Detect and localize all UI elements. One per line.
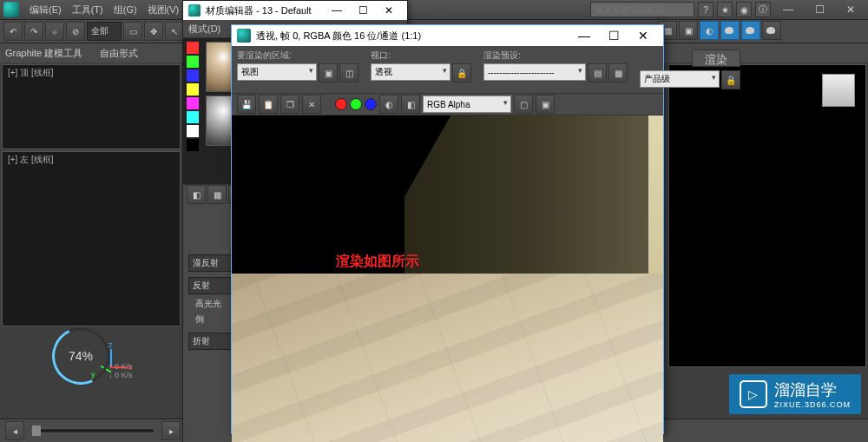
mat-tool2-icon[interactable]: ▦	[207, 185, 227, 204]
app-logo-icon[interactable]	[3, 2, 19, 17]
filter-dropdown[interactable]: 全部	[87, 22, 122, 41]
rate-up: ↑ 0 K/s	[108, 362, 133, 371]
render-wall-edge	[648, 115, 663, 300]
swatch-magenta[interactable]	[187, 97, 199, 109]
select-icon[interactable]: ▭	[123, 22, 142, 41]
swatch-cyan[interactable]	[187, 111, 199, 123]
channel-blue-icon[interactable]	[365, 98, 377, 110]
menu-edit[interactable]: 编辑(E)	[24, 3, 67, 16]
undo-icon[interactable]: ↶	[3, 22, 23, 41]
timeline-slider[interactable]	[31, 428, 155, 433]
main-menubar: 编辑(E) 工具(T) 组(G) 视图(V) ? ★ ◉ ⓘ — ☐ ✕	[0, 0, 868, 20]
mat-title: 材质编辑器 - 13 - Default	[206, 4, 312, 17]
render-close[interactable]: ✕	[628, 29, 658, 43]
window-close[interactable]: ✕	[837, 2, 865, 17]
toggle-b-icon[interactable]: ▣	[536, 95, 555, 114]
swatch-white[interactable]	[187, 125, 199, 137]
mat-close[interactable]: ✕	[376, 4, 402, 16]
preset-group: 渲染预设: ----------------------- ▤ ▦	[483, 49, 628, 89]
swatch-black[interactable]	[187, 139, 199, 151]
menu-view[interactable]: 视图(V)	[142, 3, 185, 16]
watermark-play-icon: ▷	[740, 380, 767, 408]
ribbon-tab-freeform[interactable]: 自由形式	[100, 47, 138, 60]
mat-tool1-icon[interactable]: ◧	[187, 185, 206, 204]
render-logo-icon	[237, 29, 251, 43]
viewcube-icon[interactable]	[822, 74, 855, 107]
window-maximize[interactable]: ☐	[806, 2, 833, 17]
teapot3-icon[interactable]	[762, 21, 781, 40]
viewport-top[interactable]: [+] 顶 [线框]	[2, 64, 181, 149]
watermark: ▷ 溜溜自学 ZIXUE.3D66.COM	[729, 374, 861, 414]
viewport-group: 视口: 透视 🔒	[371, 49, 471, 89]
preset-config-icon[interactable]: ▤	[588, 63, 607, 82]
swatch-yellow[interactable]	[187, 83, 199, 96]
star-icon[interactable]: ★	[717, 2, 733, 17]
material-editor-icon[interactable]: ◐	[700, 21, 719, 40]
cursor-icon[interactable]: ↖	[165, 22, 184, 41]
redo-icon[interactable]: ↷	[24, 22, 43, 41]
ribbon-tab-graphite[interactable]: Graphite 建模工具	[5, 47, 82, 60]
watermark-url: ZIXUE.3D66.COM	[774, 400, 851, 409]
topbar-right: ? ★ ◉ ⓘ — ☐ ✕	[590, 2, 865, 17]
viewport-dropdown[interactable]: 透视	[371, 63, 450, 81]
copy-image-icon[interactable]: 📋	[259, 95, 278, 114]
search-input[interactable]	[590, 2, 694, 17]
mat-titlebar[interactable]: 材质编辑器 - 13 - Default — ☐ ✕	[183, 1, 407, 20]
help-icon[interactable]: ?	[698, 2, 713, 17]
render-button[interactable]: 渲染	[692, 49, 740, 67]
toggle-a-icon[interactable]: ▢	[514, 95, 533, 114]
mat-minimize[interactable]: —	[324, 4, 350, 16]
alpha-icon[interactable]: ◐	[379, 95, 398, 114]
lock2-icon[interactable]: 🔒	[721, 70, 740, 89]
teapot2-icon[interactable]	[741, 21, 760, 40]
window-minimize[interactable]: —	[774, 2, 802, 17]
preset-dropdown[interactable]: -----------------------	[483, 63, 586, 81]
info-icon[interactable]: ⓘ	[755, 2, 771, 17]
clone-icon[interactable]: ❐	[280, 95, 299, 114]
area-group: 要渲染的区域: 视图 ▣ ◫	[237, 49, 358, 89]
render-frame-icon[interactable]: ▣	[679, 21, 698, 40]
unlink-icon[interactable]: ⊘	[66, 22, 85, 41]
swatch-blue[interactable]	[187, 69, 199, 82]
render-floor	[232, 274, 663, 442]
teapot1-icon[interactable]	[720, 21, 740, 40]
link-icon[interactable]: ⟐	[45, 22, 64, 41]
viewport-perspective[interactable]	[668, 64, 866, 367]
mat-menu-mode[interactable]: 模式(D)	[188, 23, 220, 36]
swatch-red[interactable]	[187, 42, 199, 54]
app-root: 编辑(E) 工具(T) 组(G) 视图(V) ? ★ ◉ ⓘ — ☐ ✕ ↶ ↷…	[0, 0, 868, 442]
clear-icon[interactable]: ✕	[302, 95, 321, 114]
render-maximize[interactable]: ☐	[599, 29, 628, 43]
render-settings-panel: 要渲染的区域: 视图 ▣ ◫ 视口: 透视 🔒 渲染预设: ----------…	[232, 46, 663, 94]
viewport-top-label: [+] 顶 [线框]	[8, 67, 54, 79]
move-icon[interactable]: ✥	[144, 22, 163, 41]
render-minimize[interactable]: —	[569, 29, 599, 43]
preset-env-icon[interactable]: ▦	[608, 63, 628, 82]
timeline-next-icon[interactable]: ▸	[161, 421, 181, 440]
channel-red-icon[interactable]	[335, 98, 347, 110]
mat-maximize[interactable]: ☐	[350, 4, 376, 16]
render-toolbar: 💾 📋 ❐ ✕ ◐ ◧ RGB Alpha ▢ ▣	[232, 94, 663, 115]
product-dropdown[interactable]: 产品级	[640, 70, 720, 88]
render-output-view[interactable]: 渲染如图所示	[232, 115, 663, 442]
transfer-rates: ↑ 0 K/s ↓ 0 K/s	[108, 362, 133, 379]
area-region-icon[interactable]: ▣	[319, 63, 338, 82]
timeline-prev-icon[interactable]: ◂	[5, 421, 24, 440]
mono-icon[interactable]: ◧	[401, 95, 420, 114]
watermark-brand: 溜溜自学	[774, 381, 837, 399]
menu-tools[interactable]: 工具(T)	[67, 3, 108, 16]
area-crop-icon[interactable]: ◫	[339, 63, 358, 82]
channel-dropdown[interactable]: RGB Alpha	[423, 96, 511, 113]
area-dropdown[interactable]: 视图	[237, 63, 317, 81]
menu-group[interactable]: 组(G)	[108, 3, 142, 16]
viewport-front[interactable]: [+] 左 [线框] z x y	[2, 151, 181, 327]
preset-label: 渲染预设:	[483, 49, 628, 62]
lock-icon[interactable]: 🔒	[452, 63, 471, 82]
render-titlebar[interactable]: 透视, 帧 0, RGBA 颜色 16 位/通道 (1:1) — ☐ ✕	[232, 25, 663, 46]
render-window: 透视, 帧 0, RGBA 颜色 16 位/通道 (1:1) — ☐ ✕ 要渲染…	[231, 24, 664, 434]
render-annotation: 渲染如图所示	[336, 253, 419, 271]
save-image-icon[interactable]: 💾	[237, 95, 256, 114]
channel-green-icon[interactable]	[350, 98, 362, 110]
globe-icon[interactable]: ◉	[736, 2, 752, 17]
swatch-green[interactable]	[187, 56, 199, 68]
